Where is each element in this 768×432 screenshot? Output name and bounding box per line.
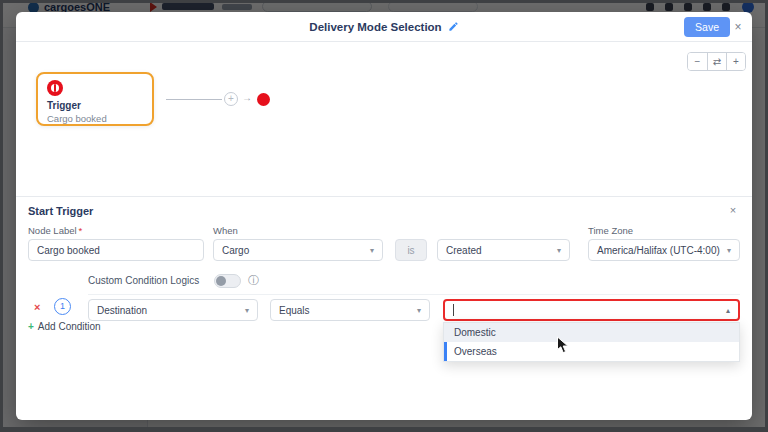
condition-index-badge: 1 xyxy=(54,298,71,315)
zoom-in-button[interactable]: + xyxy=(726,53,745,70)
divider xyxy=(88,294,740,295)
when-select-value: Cargo xyxy=(222,245,249,256)
chevron-down-icon: ▾ xyxy=(727,246,731,255)
condition-operator-select[interactable]: Equals ▾ xyxy=(270,299,430,321)
node-title: Trigger xyxy=(47,100,143,111)
add-condition-label: Add Condition xyxy=(38,321,101,332)
condition-field-select[interactable]: Destination ▾ xyxy=(88,299,258,321)
node-label-label: Node Label* xyxy=(28,225,82,236)
chevron-down-icon: ▾ xyxy=(417,306,421,315)
modal-close-icon[interactable]: × xyxy=(730,19,746,35)
condition-operator-value: Equals xyxy=(279,305,310,316)
chevron-down-icon: ▾ xyxy=(557,246,561,255)
timezone-select[interactable]: America/Halifax (UTC-4:00) ▾ xyxy=(588,239,740,261)
dropdown-option-overseas[interactable]: Overseas xyxy=(444,342,739,361)
canvas-zoom-controls: − ⇄ + xyxy=(687,52,746,71)
event-select[interactable]: Created ▾ xyxy=(437,239,570,261)
chevron-down-icon: ▾ xyxy=(370,246,374,255)
timezone-select-value: America/Halifax (UTC-4:00) xyxy=(597,245,720,256)
condition-field-value: Destination xyxy=(97,305,147,316)
required-asterisk: * xyxy=(79,225,83,236)
start-trigger-panel: Start Trigger × Node Label* When Time Zo… xyxy=(16,196,752,420)
when-select[interactable]: Cargo ▾ xyxy=(213,239,383,261)
node-subtitle: Cargo booked xyxy=(47,113,143,124)
trigger-icon xyxy=(47,80,63,96)
modal-title: Delivery Mode Selection xyxy=(309,21,441,33)
remove-condition-button[interactable]: × xyxy=(34,301,40,313)
when-label: When xyxy=(213,225,238,236)
save-button[interactable]: Save xyxy=(684,17,730,37)
custom-condition-logics-toggle[interactable] xyxy=(214,274,241,288)
custom-condition-logics-label: Custom Condition Logics xyxy=(88,275,199,286)
plus-icon: + xyxy=(28,321,34,332)
panel-close-icon[interactable]: × xyxy=(726,203,740,217)
dropdown-option-domestic[interactable]: Domestic xyxy=(444,323,739,342)
end-node[interactable] xyxy=(257,93,270,106)
arrow-right-icon: → xyxy=(242,92,252,103)
event-select-value: Created xyxy=(446,245,482,256)
mouse-cursor xyxy=(556,336,570,358)
is-field: is xyxy=(395,239,427,261)
info-icon[interactable]: ⓘ xyxy=(248,273,259,288)
modal-header: Delivery Mode Selection Save × xyxy=(16,12,752,42)
chevron-down-icon: ▾ xyxy=(245,306,249,315)
value-dropdown-menu: Domestic Overseas xyxy=(443,322,740,362)
workflow-canvas[interactable]: − ⇄ + Trigger Cargo booked + → xyxy=(16,42,752,196)
trigger-node[interactable]: Trigger Cargo booked xyxy=(36,72,154,126)
screen: cargoesONE Delivery Mode Selection Save … xyxy=(0,0,768,432)
delivery-mode-modal: Delivery Mode Selection Save × − ⇄ + Tri… xyxy=(16,12,752,420)
timezone-label: Time Zone xyxy=(588,225,633,236)
chevron-up-icon: ▴ xyxy=(726,306,730,315)
add-node-button[interactable]: + xyxy=(224,92,238,106)
connector-line xyxy=(166,99,222,100)
fit-view-button[interactable]: ⇄ xyxy=(707,53,726,70)
add-condition-link[interactable]: +Add Condition xyxy=(28,321,101,332)
zoom-out-button[interactable]: − xyxy=(688,53,707,70)
panel-title: Start Trigger xyxy=(28,205,93,217)
text-cursor xyxy=(453,304,454,316)
edit-title-icon[interactable] xyxy=(448,21,459,32)
node-label-input[interactable] xyxy=(28,239,204,261)
condition-value-combobox[interactable]: ▴ xyxy=(443,299,740,321)
